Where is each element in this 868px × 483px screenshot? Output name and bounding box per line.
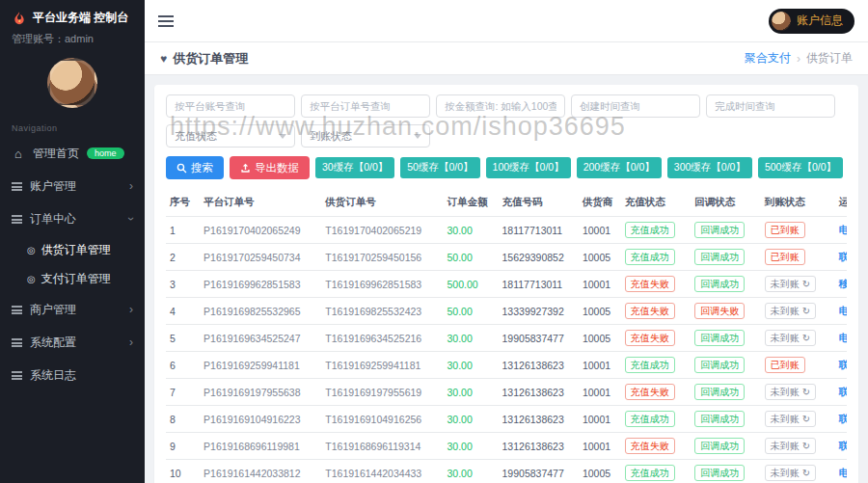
- col-header-callback-status: 回调状态: [691, 189, 760, 217]
- recharge-status-badge: 充值成功: [625, 222, 675, 238]
- breadcrumb-separator: ›: [797, 52, 800, 66]
- hamburger-menu-icon[interactable]: [158, 15, 174, 27]
- recharge-phone: 13126138623: [499, 352, 579, 379]
- arrive-status-badge[interactable]: 未到账↻: [765, 438, 816, 454]
- arrive-status-badge[interactable]: 未到账↻: [765, 411, 816, 427]
- recharge-status-badge: 充值失败: [625, 276, 675, 292]
- arrive-status-badge[interactable]: 未到账↻: [765, 276, 816, 292]
- recharge-phone: 13339927392: [499, 298, 579, 325]
- supplier-id: 10001: [579, 271, 621, 298]
- platform-order-no: P1619169962851583: [200, 271, 321, 298]
- search-button[interactable]: 搜索: [166, 156, 224, 179]
- refresh-icon[interactable]: ↻: [802, 387, 810, 397]
- row-seq: 4: [166, 298, 200, 325]
- arrive-status-badge[interactable]: 未到账↻: [765, 330, 816, 346]
- sidebar-item-merchants[interactable]: 商户管理 ›: [0, 293, 145, 326]
- row-seq: 8: [166, 406, 200, 433]
- col-header-supplier: 供货商: [579, 189, 621, 217]
- recharge-phone: 13126138623: [499, 433, 579, 460]
- cache-tag-300[interactable]: 300缓存【0/0】: [667, 157, 752, 178]
- create-time-search-input[interactable]: [571, 94, 700, 118]
- recharge-phone: 13126138623: [499, 379, 579, 406]
- carrier: 联通: [834, 352, 847, 379]
- supply-order-no: T1619169825532423: [321, 298, 443, 325]
- sidebar: 平台业务端 控制台 管理账号：admin Navigation ⌂ 管理首页 h…: [0, 0, 145, 483]
- arrive-status-badge[interactable]: 未到账↻: [765, 465, 816, 481]
- recharge-phone: 18117713011: [499, 271, 579, 298]
- supplier-id: 10001: [579, 352, 621, 379]
- arrive-status-badge[interactable]: 未到账↻: [765, 384, 816, 400]
- list-icon: [12, 182, 22, 191]
- arrive-status-badge: 已到账: [765, 357, 805, 373]
- sidebar-item-payment-orders[interactable]: ◎ 支付订单管理: [0, 264, 145, 293]
- recharge-status-badge: 充值成功: [625, 357, 675, 373]
- chevron-down-icon: ›: [125, 217, 137, 221]
- recharge-status-select[interactable]: 充值状态: [166, 124, 295, 148]
- table-row: 10P1619161442033812T161916144203443330.0…: [166, 460, 847, 483]
- cache-tag-50[interactable]: 50缓存【0/0】: [400, 157, 479, 178]
- export-data-button[interactable]: 导出数据: [230, 156, 310, 179]
- refresh-icon[interactable]: ↻: [802, 279, 810, 289]
- avatar[interactable]: [47, 58, 97, 108]
- cache-tag-100[interactable]: 100缓存【0/0】: [486, 157, 571, 178]
- list-icon: [12, 306, 22, 314]
- sidebar-item-system-logs[interactable]: 系统日志: [0, 359, 145, 391]
- table-row: 5P1619169634525247T161916963452521630.00…: [166, 325, 847, 352]
- platform-order-no: P1619168696119981: [200, 433, 321, 460]
- supply-order-no: T1619169962851583: [321, 271, 443, 298]
- chevron-down-icon: [279, 134, 286, 139]
- refresh-icon[interactable]: ↻: [802, 333, 810, 343]
- cache-tag-200[interactable]: 200缓存【0/0】: [577, 157, 662, 178]
- supply-order-no: T1619169259941181: [321, 352, 443, 379]
- order-amount: 30.00: [443, 406, 498, 433]
- supply-order-no: T1619161442034433: [321, 460, 443, 483]
- row-seq: 6: [166, 352, 200, 379]
- row-seq: 9: [166, 433, 200, 460]
- callback-status-badge: 回调成功: [694, 438, 745, 454]
- arrive-status-select[interactable]: 到账状态: [301, 124, 430, 148]
- carrier: 电信: [834, 217, 847, 244]
- finish-time-search-input[interactable]: [706, 94, 835, 118]
- account-info-button[interactable]: 账户信息: [769, 9, 854, 34]
- arrive-status-badge[interactable]: 未到账↻: [765, 303, 816, 319]
- cache-tag-30[interactable]: 30缓存【0/0】: [315, 157, 394, 178]
- refresh-icon[interactable]: ↻: [802, 306, 810, 316]
- recharge-phone: 19905837477: [499, 460, 579, 483]
- supplier-id: 10005: [579, 460, 621, 483]
- refresh-icon[interactable]: ↻: [802, 468, 810, 478]
- sidebar-item-supply-orders[interactable]: ◎ 供货订单管理: [0, 235, 145, 264]
- platform-order-no: P1619169825532965: [200, 298, 321, 325]
- refresh-icon[interactable]: ↻: [802, 414, 810, 424]
- sidebar-item-order-center[interactable]: 订单中心 ›: [0, 202, 145, 235]
- platform-order-no-search-input[interactable]: [301, 94, 430, 118]
- sidebar-item-accounts[interactable]: 账户管理 ›: [0, 170, 145, 202]
- row-seq: 3: [166, 271, 200, 298]
- callback-status-badge: 回调失败: [694, 303, 745, 319]
- main-area: 账户信息 ♥ 供货订单管理 聚合支付 › 供货订单: [145, 0, 868, 483]
- amount-search-input[interactable]: [436, 94, 565, 118]
- chevron-right-icon: ›: [129, 180, 133, 192]
- col-header-phone: 充值号码: [499, 189, 579, 217]
- app-window: 平台业务端 控制台 管理账号：admin Navigation ⌂ 管理首页 h…: [0, 0, 868, 483]
- cache-tag-500[interactable]: 500缓存【0/0】: [758, 157, 843, 178]
- callback-status-badge: 回调成功: [694, 384, 745, 400]
- row-seq: 10: [166, 460, 200, 483]
- col-header-recharge-status: 充值状态: [621, 189, 691, 217]
- refresh-icon[interactable]: ↻: [802, 441, 810, 451]
- page-title: ♥ 供货订单管理: [160, 50, 248, 67]
- breadcrumb-root-link[interactable]: 聚合支付: [745, 50, 791, 67]
- callback-status-badge: 回调成功: [694, 330, 745, 346]
- table-row: 9P1619168696119981T161916869611931430.00…: [166, 433, 847, 460]
- topbar: 账户信息: [145, 0, 868, 42]
- table-row: 6P1619169259941181T161916925994118130.00…: [166, 352, 847, 379]
- sidebar-item-system-config[interactable]: 系统配置 ›: [0, 326, 145, 359]
- chevron-right-icon: ›: [129, 304, 133, 315]
- supplier-id: 10005: [579, 298, 621, 325]
- breadcrumb: 聚合支付 › 供货订单: [745, 50, 853, 67]
- table-row: 1P1619170402065249T161917040206521930.00…: [166, 217, 847, 244]
- row-seq: 2: [166, 244, 200, 271]
- platform-account-search-input[interactable]: [166, 94, 295, 118]
- supplier-id: 10001: [579, 217, 621, 244]
- sidebar-item-dashboard[interactable]: ⌂ 管理首页 home: [0, 137, 145, 170]
- list-icon: [12, 338, 22, 347]
